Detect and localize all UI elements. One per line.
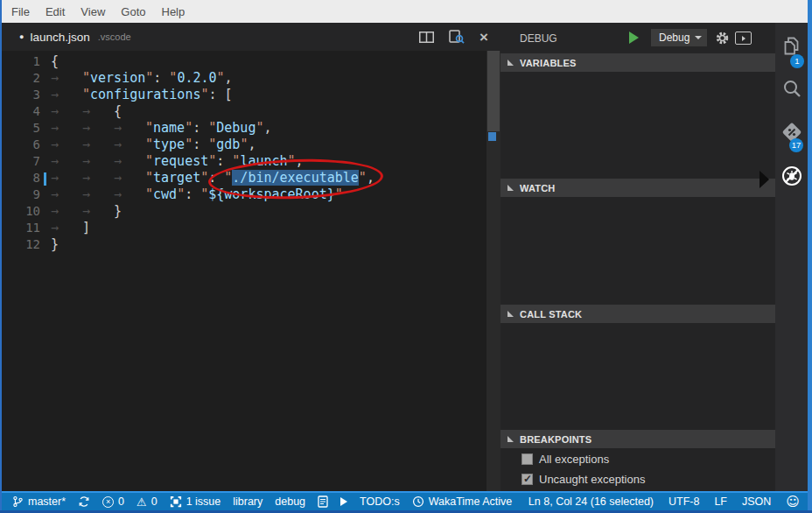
modified-dot-icon: ●	[19, 33, 24, 41]
search-icon[interactable]	[775, 77, 808, 100]
twistie-icon	[508, 185, 514, 191]
code-line-6[interactable]: 6→→→"type": "gdb",	[2, 137, 486, 153]
error-circle-icon: ×	[102, 496, 114, 508]
git-badge: 17	[789, 138, 803, 152]
explorer-icon[interactable]	[775, 35, 808, 58]
tab-file-name: launch.json	[30, 31, 89, 44]
section-header-breakpoints[interactable]: BREAKPOINTS	[500, 430, 775, 448]
chevron-down-icon	[695, 36, 702, 39]
section-header-variables[interactable]: VARIABLES	[500, 53, 775, 72]
debug-sidebar: DEBUG Debug VARIABLES WATCH CALL STACK	[500, 23, 775, 492]
twistie-icon	[508, 436, 514, 442]
debug-panel-header: DEBUG Debug	[500, 23, 775, 53]
warning-count[interactable]: ⚠ 0	[136, 495, 158, 508]
code-line-4[interactable]: 4→→{	[2, 103, 486, 120]
output-doc-icon	[318, 495, 328, 508]
start-debug-button[interactable]	[629, 32, 639, 44]
status-bar: master* × 0 ⚠ 0 1 issue library debug	[0, 491, 812, 510]
tab-launch-json[interactable]: ● launch.json .vscode	[2, 23, 142, 51]
breakpoint-label: Uncaught exceptions	[539, 473, 645, 486]
debug-config-dropdown[interactable]: Debug	[651, 29, 707, 46]
cursor-position-status[interactable]: Ln 8, Col 24 (16 selected)	[528, 495, 654, 508]
git-branch-status[interactable]: master*	[12, 495, 66, 508]
split-editor-icon[interactable]	[419, 32, 434, 43]
code-line-11[interactable]: 11→]	[2, 220, 486, 236]
breakpoint-checkbox-1[interactable]	[522, 474, 533, 485]
breakpoint-checkbox-0[interactable]	[522, 453, 533, 465]
section-header-call-stack[interactable]: CALL STACK	[500, 305, 775, 323]
debug-config-value: Debug	[659, 32, 690, 44]
output-doc-status[interactable]	[318, 495, 328, 508]
section-label: BREAKPOINTS	[520, 434, 592, 445]
feedback-status[interactable]: ☺	[786, 495, 800, 509]
sync-status[interactable]	[78, 495, 90, 508]
sync-icon	[78, 495, 90, 508]
eol-status[interactable]: LF	[714, 495, 727, 508]
open-preview-icon[interactable]	[449, 30, 465, 44]
menu-item-edit[interactable]: Edit	[38, 5, 73, 18]
breakpoint-row[interactable]: All exceptions	[522, 452, 609, 466]
warning-triangle-icon: ⚠	[136, 496, 147, 508]
code-line-5[interactable]: 5→→→"name": "Debug",	[2, 120, 486, 137]
selection-overview-marker	[488, 132, 496, 141]
play-icon	[340, 497, 347, 506]
library-status[interactable]: library	[233, 495, 262, 508]
menu-item-help[interactable]: Help	[154, 5, 193, 18]
section-label: VARIABLES	[520, 58, 577, 68]
prompt-chevron-icon	[742, 36, 746, 41]
twistie-icon	[508, 60, 514, 66]
text-cursor	[44, 172, 46, 186]
todo-status[interactable]: TODO:s	[360, 495, 400, 508]
section-label: WATCH	[520, 183, 556, 193]
debug-icon[interactable]	[775, 165, 808, 187]
language-mode-status[interactable]: JSON	[742, 495, 771, 508]
twistie-icon	[508, 311, 514, 317]
error-count[interactable]: × 0	[102, 495, 124, 508]
explorer-badge: 1	[790, 54, 804, 68]
tab-folder-hint: .vscode	[98, 32, 131, 42]
editor-actions: ×	[419, 23, 488, 51]
active-view-pointer	[760, 171, 769, 188]
issues-status[interactable]: 1 issue	[170, 495, 221, 508]
vscode-window: File Edit View Goto Help ● launch.json .…	[0, 0, 812, 513]
menu-item-file[interactable]: File	[4, 5, 38, 18]
wakatime-status[interactable]: WakaTime Active	[412, 495, 513, 508]
scrollbar-thumb[interactable]	[487, 51, 500, 131]
menu-bar: File Edit View Goto Help	[2, 0, 808, 23]
code-line-1[interactable]: 1{	[2, 53, 486, 70]
smiley-icon: ☺	[786, 495, 800, 509]
code-line-2[interactable]: 2→"version": "0.2.0",	[2, 70, 486, 87]
code-lines: 1{2→"version": "0.2.0",3→"configurations…	[2, 53, 486, 253]
window-border-right	[808, 0, 812, 510]
issues-icon	[170, 495, 182, 508]
clock-icon	[412, 495, 424, 508]
git-branch-icon	[12, 495, 24, 508]
section-label: CALL STACK	[520, 309, 582, 320]
close-tab-icon[interactable]: ×	[480, 30, 488, 45]
activity-bar: 1 17	[775, 23, 808, 492]
code-line-12[interactable]: 12}	[2, 236, 486, 253]
window-border-left	[0, 0, 2, 510]
breakpoint-row[interactable]: Uncaught exceptions	[522, 472, 645, 486]
status-bar-left: master* × 0 ⚠ 0 1 issue library debug	[12, 493, 512, 510]
debug-status[interactable]: debug	[275, 495, 305, 508]
debug-panel-title: DEBUG	[520, 32, 557, 45]
status-bar-right: Ln 8, Col 24 (16 selected) UTF-8 LF JSON…	[528, 493, 800, 510]
encoding-status[interactable]: UTF-8	[668, 495, 699, 508]
code-line-3[interactable]: 3→"configurations": [	[2, 87, 486, 103]
editor[interactable]: 1{2→"version": "0.2.0",3→"configurations…	[2, 51, 500, 492]
debug-console-icon[interactable]	[735, 32, 752, 45]
run-todo-status[interactable]	[340, 497, 347, 506]
code-line-10[interactable]: 10→→}	[2, 203, 486, 220]
menu-item-goto[interactable]: Goto	[113, 5, 153, 18]
menu-item-view[interactable]: View	[73, 5, 113, 18]
breakpoint-label: All exceptions	[539, 453, 609, 466]
section-header-watch[interactable]: WATCH	[500, 179, 775, 197]
configure-gear-icon[interactable]	[715, 31, 730, 46]
editor-scrollbar[interactable]	[486, 51, 500, 492]
tab-bar: ● launch.json .vscode ×	[2, 23, 500, 51]
